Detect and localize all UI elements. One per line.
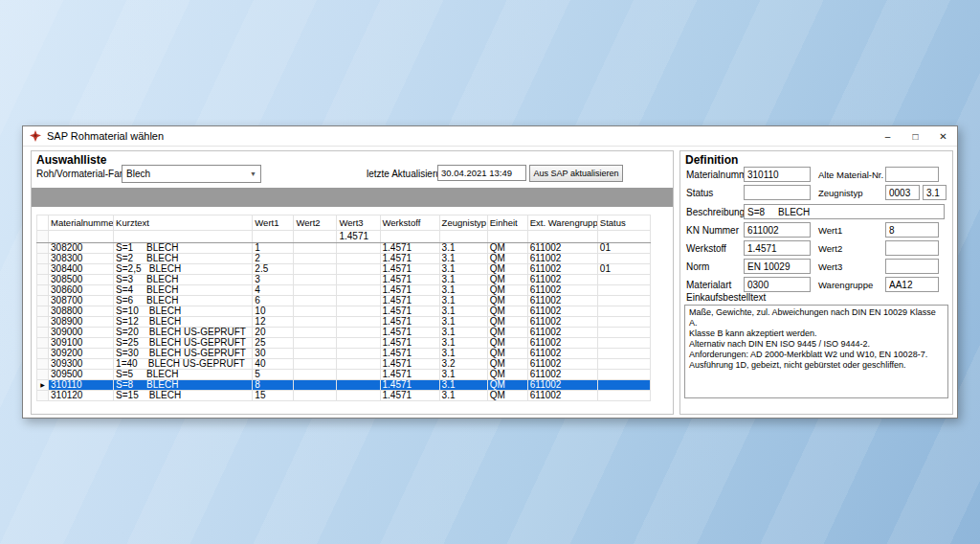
grid-cell[interactable]: 3.1 <box>439 254 487 264</box>
grid-cell[interactable]: 1.4571 <box>380 328 439 338</box>
grid-cell[interactable]: 3.1 <box>439 243 487 254</box>
row-selector[interactable] <box>37 349 49 359</box>
grid-cell[interactable]: 1.4571 <box>380 338 439 349</box>
column-header[interactable]: Wert1 <box>253 215 294 231</box>
grid-cell[interactable] <box>337 264 380 275</box>
column-header[interactable]: Materialnummer <box>49 215 114 231</box>
grid-cell[interactable] <box>597 349 650 359</box>
filter-cell[interactable] <box>597 231 650 243</box>
grid-cell[interactable]: 3.1 <box>439 317 487 328</box>
grid-row[interactable]: 308200S=1 BLECH11.45713.1QM61100201 <box>37 243 651 254</box>
grid-cell[interactable]: 308900 <box>49 317 114 328</box>
zeugnistyp-field-1[interactable] <box>885 185 920 200</box>
grid-cell[interactable]: 1.4571 <box>380 306 439 317</box>
grid-cell[interactable]: 1.4571 <box>380 243 439 254</box>
grid-cell[interactable]: 3.1 <box>439 285 487 296</box>
grid-row[interactable]: 308900S=12 BLECH121.45713.1QM611002 <box>37 317 651 328</box>
grid-cell[interactable]: 30 <box>253 349 294 359</box>
grid-cell[interactable]: 1.4571 <box>380 359 439 370</box>
grid-cell[interactable] <box>294 391 337 401</box>
wert1-field[interactable] <box>885 222 939 238</box>
grid-cell[interactable]: 1.4571 <box>380 380 439 391</box>
grid-cell[interactable] <box>597 306 650 317</box>
grid-cell[interactable] <box>337 306 380 317</box>
grid-cell[interactable]: 3 <box>253 275 294 285</box>
grid-row[interactable]: 309200S=30 BLECH US-GEPRÜFT301.45713.1QM… <box>37 349 651 359</box>
grid-cell[interactable]: 1.4571 <box>380 317 439 328</box>
column-header[interactable]: Wert3 <box>337 215 380 231</box>
grid-cell[interactable]: QM <box>487 317 527 328</box>
column-header[interactable]: Ext. Warengruppe <box>527 215 597 231</box>
grid-cell[interactable] <box>294 349 337 359</box>
grid-cell[interactable]: 611002 <box>527 264 597 275</box>
status-field[interactable] <box>744 185 811 200</box>
grid-cell[interactable] <box>337 275 380 285</box>
alte-material-nr-field[interactable] <box>885 167 939 182</box>
grid-cell[interactable]: 611002 <box>527 275 597 285</box>
grid-cell[interactable]: 611002 <box>527 328 597 338</box>
grid-cell[interactable]: 2 <box>253 254 294 264</box>
grid-cell[interactable]: S=5 BLECH <box>114 370 253 380</box>
grid-cell[interactable]: 309500 <box>49 370 114 380</box>
filter-cell[interactable] <box>253 231 294 243</box>
grid-cell[interactable]: 310110 <box>49 380 114 391</box>
grid-cell[interactable]: S=30 BLECH US-GEPRÜFT <box>114 349 253 359</box>
grid-cell[interactable]: 1.4571 <box>380 254 439 264</box>
grid-cell[interactable]: S=3 BLECH <box>114 275 253 285</box>
grid-cell[interactable] <box>597 328 650 338</box>
grid-cell[interactable]: 611002 <box>527 349 597 359</box>
grid-cell[interactable] <box>294 317 337 328</box>
grid-cell[interactable]: 611002 <box>527 243 597 254</box>
grid-cell[interactable]: S=12 BLECH <box>114 317 253 328</box>
grid-cell[interactable]: QM <box>487 254 527 264</box>
grid-row[interactable]: ▶310110S=8 BLECH81.45713.1QM611002 <box>37 380 651 391</box>
row-selector[interactable] <box>37 391 49 401</box>
grid-cell[interactable]: 3.1 <box>439 380 487 391</box>
grid-cell[interactable] <box>337 338 380 349</box>
grid-cell[interactable]: QM <box>487 370 527 380</box>
grid-cell[interactable]: QM <box>487 306 527 317</box>
row-selector[interactable] <box>37 285 49 296</box>
grid-cell[interactable] <box>597 275 650 285</box>
grid-cell[interactable] <box>597 380 650 391</box>
grid-cell[interactable]: 309100 <box>49 338 114 349</box>
grid-cell[interactable]: QM <box>487 243 527 254</box>
grid-cell[interactable]: S=4 BLECH <box>114 285 253 296</box>
maximize-button[interactable]: □ <box>902 126 929 147</box>
column-header[interactable]: Werkstoff <box>380 215 439 231</box>
row-selector[interactable] <box>37 338 49 349</box>
grid-cell[interactable]: 611002 <box>527 296 597 306</box>
grid-cell[interactable] <box>597 285 650 296</box>
grid-cell[interactable]: 3.1 <box>439 296 487 306</box>
wert2-field[interactable] <box>885 240 939 256</box>
grid-cell[interactable]: 01 <box>597 264 650 275</box>
grid-cell[interactable]: 15 <box>253 391 294 401</box>
grid-cell[interactable]: S=10 BLECH <box>114 306 253 317</box>
grid-cell[interactable]: 40 <box>253 359 294 370</box>
grid-cell[interactable]: 1=40 BLECH US-GEPRÜFT <box>114 359 253 370</box>
filter-cell[interactable] <box>49 231 114 243</box>
grid-cell[interactable] <box>294 285 337 296</box>
grid-cell[interactable] <box>337 328 380 338</box>
row-selector[interactable] <box>37 370 49 380</box>
norm-field[interactable] <box>744 259 811 274</box>
column-header[interactable]: Einheit <box>487 215 527 231</box>
grid-cell[interactable]: 611002 <box>527 380 597 391</box>
grid-cell[interactable]: 12 <box>253 317 294 328</box>
grid-cell[interactable]: 3.1 <box>439 275 487 285</box>
grid-row[interactable]: 308700S=6 BLECH61.45713.1QM611002 <box>37 296 651 306</box>
grid-cell[interactable]: QM <box>487 359 527 370</box>
familie-select[interactable]: Blech ▼ <box>122 165 261 183</box>
einkaufsbestelltext-box[interactable]: Maße, Gewichte, zul. Abweichungen nach D… <box>684 305 948 398</box>
grid-cell[interactable]: QM <box>487 391 527 401</box>
grid-cell[interactable]: S=20 BLECH US-GEPRÜFT <box>114 328 253 338</box>
grid-cell[interactable]: S=1 BLECH <box>114 243 253 254</box>
grid-cell[interactable]: 308500 <box>49 275 114 285</box>
grid-cell[interactable] <box>294 328 337 338</box>
grid-cell[interactable] <box>294 275 337 285</box>
grid-cell[interactable]: 1.4571 <box>380 275 439 285</box>
grid-cell[interactable]: 6 <box>253 296 294 306</box>
grid-row[interactable]: 3093001=40 BLECH US-GEPRÜFT401.45713.2QM… <box>37 359 651 370</box>
grid-cell[interactable] <box>337 243 380 254</box>
grid-cell[interactable]: 611002 <box>527 306 597 317</box>
